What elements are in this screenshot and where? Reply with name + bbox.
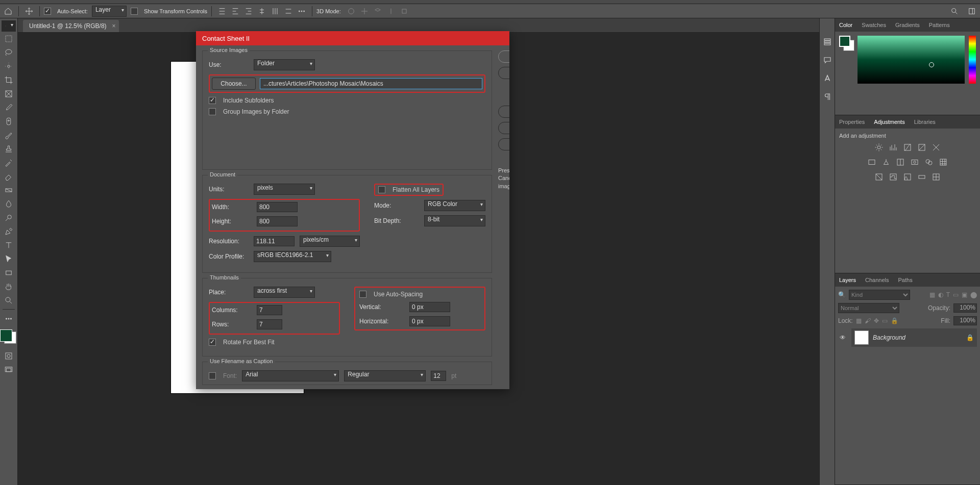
levels-icon[interactable] bbox=[889, 143, 898, 154]
gradients-tab[interactable]: Gradients bbox=[894, 20, 921, 30]
opacity-value[interactable]: 100% bbox=[953, 303, 977, 313]
swatches-tab[interactable]: Swatches bbox=[861, 20, 887, 30]
save-button[interactable]: Save... bbox=[498, 122, 509, 134]
comments-panel-icon[interactable] bbox=[822, 55, 832, 65]
show-transform-checkbox[interactable] bbox=[131, 8, 138, 15]
group-by-folder-checkbox[interactable] bbox=[209, 108, 216, 115]
auto-select-checkbox[interactable] bbox=[44, 8, 51, 15]
exposure-icon[interactable] bbox=[917, 143, 926, 154]
healing-tool[interactable] bbox=[2, 114, 16, 128]
dodge-tool[interactable] bbox=[2, 211, 16, 224]
brush-tool[interactable] bbox=[2, 128, 16, 142]
channels-tab[interactable]: Channels bbox=[864, 275, 890, 285]
units-dropdown[interactable]: pixels bbox=[254, 184, 315, 195]
properties-tab[interactable]: Properties bbox=[838, 117, 866, 126]
place-dropdown[interactable]: across first bbox=[254, 287, 315, 298]
lock-artboard-icon[interactable]: ▭ bbox=[882, 317, 888, 324]
lock-pos-icon[interactable]: ✥ bbox=[874, 317, 879, 324]
history-panel-icon[interactable] bbox=[822, 37, 832, 47]
resolution-unit-dropdown[interactable]: pixels/cm bbox=[300, 236, 360, 247]
rows-input[interactable] bbox=[257, 319, 282, 329]
layer-filter-kind[interactable]: Kind bbox=[849, 290, 910, 300]
gradient-tool[interactable] bbox=[2, 183, 16, 197]
lock-trans-icon[interactable]: ▦ bbox=[856, 317, 862, 324]
layers-tab[interactable]: Layers bbox=[838, 275, 857, 285]
document-tab[interactable]: Untitled-1 @ 12.5% (RGB/8) × bbox=[23, 20, 119, 32]
bw-icon[interactable] bbox=[896, 158, 905, 168]
load-button[interactable]: Load... bbox=[498, 106, 509, 118]
fill-value[interactable]: 100% bbox=[953, 316, 977, 325]
columns-input[interactable] bbox=[257, 305, 282, 315]
reset-button[interactable]: Reset... bbox=[498, 138, 509, 150]
filter-shape-icon[interactable]: ▭ bbox=[953, 291, 959, 298]
flatten-layers-checkbox[interactable] bbox=[378, 186, 385, 193]
color-tab[interactable]: Color bbox=[838, 20, 853, 30]
lock-all-icon[interactable]: 🔒 bbox=[891, 317, 898, 324]
width-input[interactable] bbox=[257, 202, 298, 212]
quick-select-tool[interactable] bbox=[2, 59, 16, 73]
brightness-icon[interactable] bbox=[874, 143, 884, 154]
align-icon[interactable] bbox=[282, 5, 295, 17]
adjustments-tab[interactable]: Adjustments bbox=[873, 117, 906, 126]
vibrance-icon[interactable] bbox=[932, 143, 941, 154]
more-icon[interactable] bbox=[296, 5, 308, 17]
filter-adjust-icon[interactable]: ◐ bbox=[938, 291, 943, 298]
hue-sat-icon[interactable] bbox=[867, 158, 876, 168]
cancel-button[interactable]: Cancel bbox=[498, 67, 509, 79]
hue-slider[interactable] bbox=[969, 36, 976, 84]
blend-mode-select[interactable]: Normal bbox=[838, 303, 899, 313]
align-icon[interactable] bbox=[256, 5, 268, 17]
marquee-tool[interactable] bbox=[2, 32, 16, 45]
screen-mode-tool[interactable] bbox=[2, 363, 16, 376]
move-tool-icon[interactable] bbox=[23, 5, 35, 17]
filter-toggle[interactable]: ⬤ bbox=[970, 291, 977, 298]
edit-toolbar[interactable] bbox=[2, 312, 16, 325]
filter-type-icon[interactable]: T bbox=[946, 291, 950, 298]
color-swatches[interactable] bbox=[0, 327, 17, 345]
align-icon[interactable] bbox=[269, 5, 281, 17]
color-field[interactable] bbox=[857, 36, 965, 84]
color-swatch-pair[interactable] bbox=[839, 36, 853, 50]
posterize-icon[interactable] bbox=[889, 172, 898, 183]
align-icon[interactable] bbox=[216, 5, 228, 17]
character-panel-icon[interactable] bbox=[822, 73, 832, 84]
selective-color-icon[interactable] bbox=[932, 172, 941, 183]
libraries-tab[interactable]: Libraries bbox=[913, 117, 937, 126]
color-lookup-icon[interactable] bbox=[939, 158, 948, 168]
invert-icon[interactable] bbox=[874, 172, 884, 183]
choose-button[interactable]: Choose... bbox=[212, 78, 256, 90]
lock-icon[interactable]: 🔒 bbox=[966, 334, 974, 341]
type-tool[interactable] bbox=[2, 238, 16, 252]
use-dropdown[interactable]: Folder bbox=[254, 59, 315, 70]
horizontal-input[interactable] bbox=[409, 316, 450, 326]
move-tool[interactable] bbox=[2, 20, 16, 32]
curves-icon[interactable] bbox=[903, 143, 912, 154]
rotate-best-fit-checkbox[interactable] bbox=[209, 339, 216, 346]
patterns-tab[interactable]: Patterns bbox=[928, 20, 951, 30]
quick-mask-tool[interactable] bbox=[2, 349, 16, 363]
home-icon[interactable] bbox=[2, 5, 14, 17]
workspace-icon[interactable] bbox=[966, 5, 978, 17]
color-profile-dropdown[interactable]: sRGB IEC61966-2.1 bbox=[254, 251, 331, 262]
layer-row-background[interactable]: Background 🔒 bbox=[851, 328, 977, 347]
font-family-dropdown[interactable]: Arial bbox=[242, 370, 339, 381]
rectangle-tool[interactable] bbox=[2, 266, 16, 279]
layer-visibility-icon[interactable]: 👁 bbox=[838, 334, 847, 341]
bit-depth-dropdown[interactable]: 8-bit bbox=[424, 215, 485, 226]
channel-mixer-icon[interactable] bbox=[924, 158, 934, 168]
frame-tool[interactable] bbox=[2, 87, 16, 100]
align-icon[interactable] bbox=[229, 5, 241, 17]
search-icon[interactable] bbox=[948, 5, 961, 17]
path-select-tool[interactable] bbox=[2, 252, 16, 266]
hand-tool[interactable] bbox=[2, 279, 16, 293]
resolution-input[interactable] bbox=[254, 236, 295, 246]
font-checkbox[interactable] bbox=[209, 372, 216, 379]
folder-path-input[interactable]: ...ctures\Articles\Photoshop Mosaic\Mosa… bbox=[260, 78, 482, 89]
stamp-tool[interactable] bbox=[2, 142, 16, 156]
height-input[interactable] bbox=[257, 216, 298, 226]
gradient-map-icon[interactable] bbox=[917, 172, 926, 183]
pen-tool[interactable] bbox=[2, 224, 16, 238]
eyedropper-tool[interactable] bbox=[2, 100, 16, 114]
crop-tool[interactable] bbox=[2, 73, 16, 87]
font-style-dropdown[interactable]: Regular bbox=[344, 370, 426, 381]
